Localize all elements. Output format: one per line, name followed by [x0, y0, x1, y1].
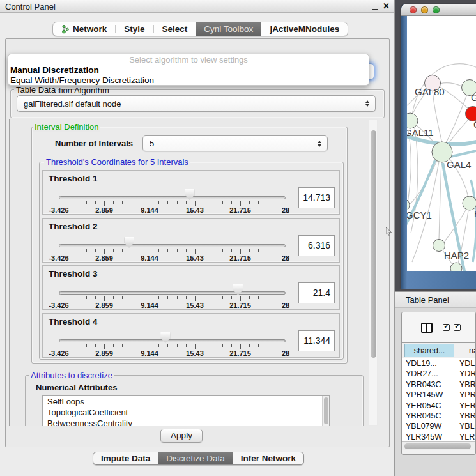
tick-mark	[268, 249, 268, 252]
close-icon[interactable]: ✕	[383, 1, 390, 11]
tick-mark	[68, 344, 68, 347]
table-data-combobox[interactable]: galFiltered.sif default node	[17, 95, 376, 112]
threshold-value-field[interactable]: 11.344	[298, 330, 335, 351]
algorithm-option-manual-discretization[interactable]: Manual Discretization	[8, 65, 369, 75]
table-row[interactable]: YBR045CYBR0	[402, 411, 475, 421]
table-row[interactable]: YLR345WYLR3	[402, 432, 475, 441]
table-row[interactable]: YPR145WYPR1	[402, 390, 475, 400]
threshold-value-field[interactable]: 21.4	[298, 282, 335, 303]
tab-cyni-toolbox[interactable]: Cyni Toolbox	[196, 22, 261, 36]
network-node[interactable]	[450, 263, 462, 271]
attribute-item-betweennesscentrality[interactable]: BetweennessCentrality	[43, 418, 329, 426]
table-row[interactable]: YBL079WYBL0	[402, 421, 475, 431]
network-node-hap2[interactable]	[433, 240, 445, 252]
table-row[interactable]: YDL19...YDL1	[402, 358, 475, 369]
slider-track[interactable]	[59, 244, 286, 247]
network-edge[interactable]	[447, 119, 469, 146]
network-edge-highlighted[interactable]	[471, 180, 476, 262]
threshold-value-field[interactable]: 6.316	[298, 235, 335, 256]
tick-mark	[268, 296, 268, 299]
table-horizontal-scrollbar[interactable]	[402, 441, 475, 450]
tab-label: Style	[124, 24, 144, 34]
tick-mark	[59, 201, 59, 206]
slider-track[interactable]	[59, 291, 286, 295]
checkbox-checked-icon[interactable]	[454, 324, 461, 331]
attributes-scrollbar[interactable]	[322, 396, 329, 426]
apply-button[interactable]: Apply	[160, 429, 203, 443]
threshold-box-4: Threshold 4-3.4262.8599.14415.4321.71528…	[42, 313, 340, 358]
network-view-window[interactable]: GAL80GCGAL11GAL4GCY1HHAP2	[401, 4, 476, 289]
tick-mark	[132, 344, 132, 347]
table-panel-title: Table Panel	[406, 295, 449, 305]
tick-mark	[95, 249, 96, 252]
tab-label: Select	[162, 24, 188, 34]
scrollbar-thumb[interactable]	[404, 443, 471, 449]
network-edge[interactable]	[433, 91, 442, 143]
tab-network[interactable]: Network	[53, 22, 115, 36]
tick-mark	[286, 201, 286, 206]
checkbox-checked-icon[interactable]	[443, 324, 450, 331]
table-row[interactable]: YBR043CYBR0	[402, 380, 475, 390]
minimize-traffic-light-icon[interactable]	[421, 6, 428, 13]
tick-mark	[186, 201, 187, 204]
table-row[interactable]: YDR27...YDR2	[402, 369, 475, 379]
scrollbar-thumb[interactable]	[371, 130, 376, 358]
control-panel-titlebar[interactable]: Control Panel ✕	[0, 0, 394, 13]
cell-shared-name: YBR045C	[406, 411, 441, 421]
node-label: HAP2	[444, 250, 469, 261]
tab-infer-network[interactable]: Infer Network	[233, 452, 303, 464]
tick-mark	[95, 296, 96, 299]
tick-label: 9.144	[130, 302, 169, 309]
tab-select[interactable]: Select	[154, 22, 196, 36]
tick-mark	[158, 201, 159, 204]
scrollbar-thumb[interactable]	[324, 397, 328, 424]
table-panel-titlebar[interactable]: Table Panel	[395, 291, 476, 308]
settings-vertical-scrollbar[interactable]	[369, 120, 377, 425]
tick-mark	[204, 344, 204, 347]
tick-mark	[286, 296, 286, 301]
tick-mark	[231, 344, 232, 347]
table-header-name[interactable]: na	[456, 344, 475, 357]
threshold-value-field[interactable]: 14.713	[298, 187, 335, 208]
attribute-item-topologicalcoefficient[interactable]: TopologicalCoefficient	[43, 407, 329, 418]
network-edge[interactable]	[439, 162, 441, 240]
tab-style[interactable]: Style	[116, 22, 153, 36]
tick-label: 2.859	[85, 349, 123, 357]
table-rows: YDL19...YDL1YDR27...YDR2YBR043CYBR0YPR14…	[402, 358, 475, 441]
cell-name: YLR3	[459, 432, 475, 441]
zoom-traffic-light-icon[interactable]	[433, 6, 440, 13]
table-row[interactable]: YER054CYER0	[402, 401, 475, 411]
settings-scrollpane: Interval Definition Number of Intervals …	[9, 119, 378, 426]
float-window-icon[interactable]	[372, 4, 378, 10]
table-header-shared-name[interactable]: shared...	[404, 344, 454, 357]
tick-mark	[277, 296, 277, 299]
network-canvas-container[interactable]: GAL80GCGAL11GAL4GCY1HHAP2	[407, 16, 476, 271]
network-edge[interactable]	[445, 95, 467, 144]
tick-mark	[68, 249, 68, 252]
tick-mark	[277, 344, 277, 347]
attribute-item-selfloops[interactable]: SelfLoops	[43, 396, 329, 407]
tick-label: -3.426	[40, 349, 78, 357]
slider-track[interactable]	[59, 196, 286, 199]
node-label: GCY1	[407, 210, 432, 220]
slider-track[interactable]	[59, 339, 286, 342]
tick-mark	[240, 249, 241, 254]
tab-jactivemnodules[interactable]: jActiveMNodules	[261, 22, 348, 36]
tick-mark	[222, 201, 223, 204]
tab-impute-data[interactable]: Impute Data	[93, 452, 158, 464]
right-region: GAL80GCGAL11GAL4GCY1HHAP2 Table Panel sh…	[395, 0, 476, 476]
network-node-gal11[interactable]	[407, 113, 418, 128]
stepper-icon	[318, 141, 321, 147]
close-traffic-light-icon[interactable]	[410, 6, 417, 13]
numerical-attributes-list[interactable]: SelfLoopsTopologicalCoefficientBetweenne…	[42, 395, 330, 426]
algorithm-option-equal-width-frequency-discretization[interactable]: Equal Width/Frequency Discretization	[8, 75, 369, 86]
tick-mark	[77, 201, 77, 204]
tick-mark	[86, 201, 87, 204]
tick-mark	[113, 249, 114, 252]
threshold-label: Threshold 4	[49, 317, 98, 326]
network-window-titlebar[interactable]	[401, 4, 476, 16]
split-columns-icon[interactable]	[421, 323, 433, 333]
network-canvas[interactable]: GAL80GCGAL11GAL4GCY1HHAP2	[407, 16, 476, 271]
number-of-intervals-combobox[interactable]: 5	[142, 135, 328, 151]
tab-discretize-data[interactable]: Discretize Data	[158, 452, 233, 464]
